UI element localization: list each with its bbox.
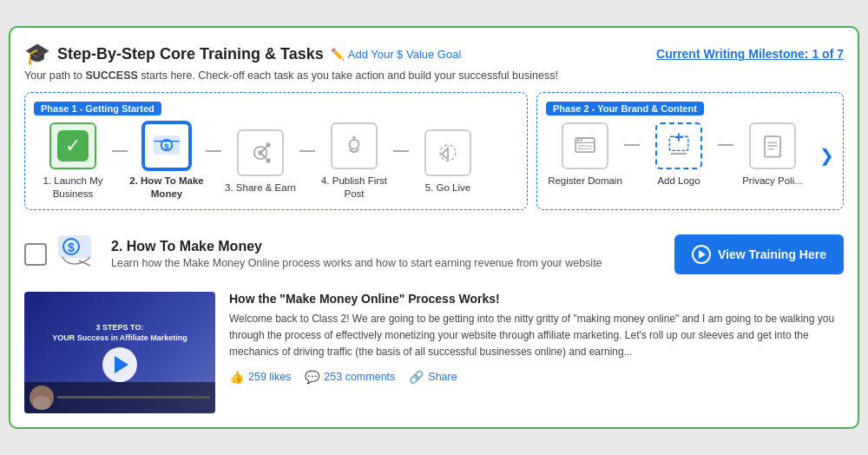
step-5-label: 5. Go Live [425, 181, 470, 195]
main-card: 🎓 Step-By-Step Core Training & Tasks ✏️ … [9, 26, 859, 429]
phase1-steps: ✓ 1. Launch My Business $ [34, 122, 518, 201]
step-3-label: 3. Share & Earn [225, 181, 296, 195]
page-title: Step-By-Step Core Training & Tasks [57, 45, 324, 63]
svg-rect-17 [579, 146, 591, 149]
step-4-icon-wrap [331, 122, 378, 169]
social-row: 👍 259 likes 💬 253 comments 🔗 Share [229, 370, 844, 384]
money-icon: $ [151, 130, 182, 162]
header-row: 🎓 Step-By-Step Core Training & Tasks ✏️ … [24, 42, 844, 66]
phase1-label: Phase 1 - Getting Started [34, 102, 161, 115]
domain-icon [569, 130, 601, 162]
connector-4-5 [393, 150, 409, 152]
step-2[interactable]: $ 2. How To Make Money [128, 122, 206, 201]
svg-point-9 [266, 158, 270, 162]
video-play-button[interactable] [102, 347, 137, 382]
step-logo-label: Add Logo [657, 175, 700, 188]
step-1-label: 1. Launch My Business [34, 175, 112, 201]
content-title: 2. How To Make Money [111, 239, 664, 254]
video-thumbnail[interactable]: 3 STEPS TO: YOUR Success in Affiliate Ma… [24, 292, 215, 413]
step-privacy-label: Privacy Poli... [742, 175, 803, 188]
content-top-row: $ 2. How To Make Money Learn how the Mak… [24, 222, 844, 283]
step-logo[interactable]: Add Logo [640, 122, 718, 188]
publish-icon [339, 130, 370, 162]
step-5-icon-wrap [424, 129, 471, 176]
edit-icon: ✏️ [331, 48, 345, 61]
live-icon [432, 137, 464, 168]
connector-d1-d2 [624, 144, 640, 146]
comment-icon: 💬 [305, 370, 319, 384]
step-5[interactable]: 5. Go Live [409, 129, 487, 195]
likes-count: 259 likes [248, 371, 291, 383]
media-row: 3 STEPS TO: YOUR Success in Affiliate Ma… [24, 292, 844, 413]
thumbs-up-icon: 👍 [229, 370, 244, 384]
phase2-label: Phase 2 - Your Brand & Content [546, 102, 704, 115]
step-2-icon-wrap: $ [143, 122, 190, 169]
svg-text:$: $ [164, 142, 169, 151]
phase2-inner: Register Domain Ad [546, 122, 834, 188]
training-icon: 🎓 [24, 42, 50, 66]
logo-icon [663, 130, 694, 162]
phase2-chevron-right[interactable]: ❯ [819, 145, 834, 166]
privacy-icon [757, 130, 788, 162]
step-domain-icon-wrap [562, 122, 608, 169]
svg-point-10 [350, 140, 359, 149]
content-section: $ 2. How To Make Money Learn how the Mak… [24, 222, 844, 413]
avatar-body [33, 396, 50, 410]
complete-checkbox[interactable] [24, 243, 47, 266]
content-description: Learn how the Make Money Online process … [111, 257, 664, 269]
video-progress-bar [57, 396, 210, 399]
connector-d2-d3 [718, 144, 733, 146]
phases-row: Phase 1 - Getting Started ✓ 1. Launch My… [24, 92, 844, 210]
video-text-top: 3 STEPS TO: YOUR Success in Affiliate Ma… [52, 323, 187, 343]
milestone-label: Current Writing Milestone: 1 of 7 [656, 46, 844, 62]
share-label: Share [428, 371, 457, 383]
comments-button[interactable]: 💬 253 comments [305, 370, 395, 384]
video-bottom-bar [24, 382, 215, 413]
step-1-icon-wrap: ✓ [49, 122, 96, 169]
connector-1-2 [112, 150, 128, 152]
view-training-button[interactable]: View Training Here [674, 234, 844, 274]
step-privacy-icon-wrap [749, 122, 796, 169]
header-left: 🎓 Step-By-Step Core Training & Tasks ✏️ … [24, 42, 461, 66]
connector-2-3 [206, 150, 221, 152]
svg-point-15 [577, 139, 580, 142]
step-4[interactable]: 4. Publish First Post [315, 122, 393, 201]
share-social-icon: 🔗 [409, 370, 424, 384]
step-3[interactable]: 3. Share & Earn [221, 129, 299, 195]
step-1[interactable]: ✓ 1. Launch My Business [34, 122, 112, 201]
article-block: How the "Make Money Online" Process Work… [229, 292, 844, 384]
subtitle: Your path to SUCCESS starts here. Check-… [24, 69, 844, 82]
play-circle-icon [692, 245, 711, 264]
phase1-box: Phase 1 - Getting Started ✓ 1. Launch My… [24, 92, 528, 210]
share-button[interactable]: 🔗 Share [409, 370, 457, 384]
step-2-label: 2. How To Make Money [128, 175, 206, 201]
step-4-label: 4. Publish First Post [315, 175, 393, 201]
money-big-icon: $ [57, 231, 101, 270]
presenter-avatar [30, 386, 54, 410]
content-section-icon: $ [57, 231, 101, 278]
svg-point-8 [266, 142, 270, 147]
phase2-box: Phase 2 - Your Brand & Content [536, 92, 844, 210]
play-triangle-icon [699, 250, 706, 259]
comments-count: 253 comments [324, 371, 395, 383]
likes-button[interactable]: 👍 259 likes [229, 370, 291, 384]
svg-text:$: $ [68, 241, 75, 254]
step-domain-label: Register Domain [548, 175, 622, 188]
video-play-triangle [115, 356, 128, 373]
svg-rect-22 [765, 136, 780, 156]
step-privacy[interactable]: Privacy Poli... [733, 122, 812, 188]
phase2-steps: Register Domain Ad [546, 122, 816, 188]
connector-3-4 [299, 150, 315, 152]
add-goal-link[interactable]: ✏️ Add Your $ Value Goal [331, 48, 462, 61]
step-3-icon-wrap [237, 129, 284, 176]
svg-point-16 [580, 139, 582, 142]
content-text-block: 2. How To Make Money Learn how the Make … [111, 239, 664, 269]
step-domain[interactable]: Register Domain [546, 122, 624, 188]
article-title: How the "Make Money Online" Process Work… [229, 292, 844, 306]
step-1-checkmark: ✓ [57, 130, 89, 162]
share-icon [245, 137, 276, 168]
step-logo-icon-wrap [655, 122, 702, 169]
article-body: Welcome back to Class 2! We are going to… [229, 311, 844, 361]
